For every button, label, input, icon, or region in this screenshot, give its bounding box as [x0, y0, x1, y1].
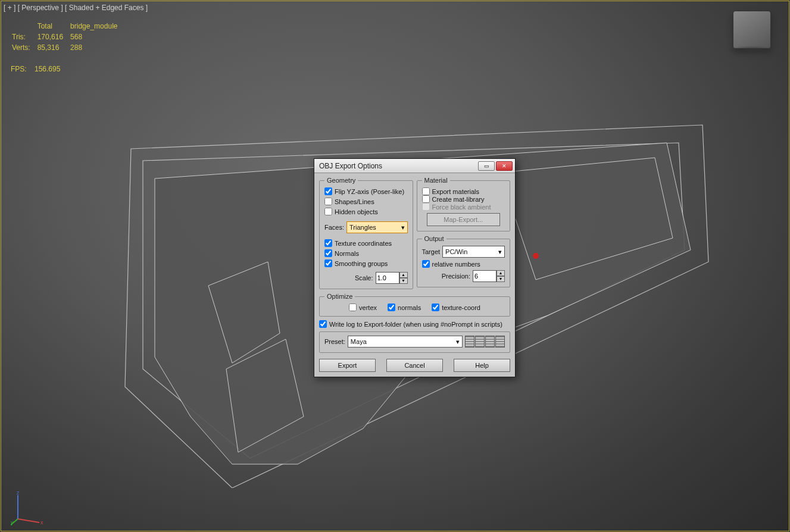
force-black-ambient-checkbox: Force black ambient: [422, 203, 505, 211]
optimize-normals-checkbox[interactable]: normals: [388, 303, 421, 311]
spinner-up-icon[interactable]: ▲: [497, 270, 505, 276]
precision-label: Precision:: [442, 273, 470, 280]
map-export-button: Map-Export...: [427, 213, 501, 226]
preset-slot-icon[interactable]: [465, 336, 474, 348]
stats-verts-total: 85,316: [38, 43, 69, 52]
relative-numbers-checkbox[interactable]: relative numbers: [422, 260, 505, 268]
stats-verts-object: 288: [70, 43, 123, 52]
preset-label: Preset:: [324, 338, 345, 345]
normals-checkbox[interactable]: Normals: [324, 249, 408, 257]
optimize-legend: Optimize: [324, 293, 355, 300]
scale-label: Scale:: [355, 274, 373, 281]
material-group: Material Export materials Create mat-lib…: [417, 177, 511, 231]
window-maximize-button[interactable]: ▭: [478, 161, 495, 171]
hidden-objects-checkbox[interactable]: Hidden objects: [324, 208, 408, 215]
stats-fps-label: FPS:: [11, 65, 27, 73]
geometry-legend: Geometry: [324, 177, 358, 184]
target-dropdown[interactable]: PC/Win ▾: [442, 246, 505, 258]
stats-verts-label: Verts:: [12, 43, 36, 52]
preset-slot-icon[interactable]: [485, 336, 495, 348]
stats-fps-value: 156.695: [35, 65, 60, 73]
stats-tris-object: 568: [70, 32, 123, 42]
viewport-label[interactable]: [ + ] [ Perspective ] [ Shaded + Edged F…: [4, 4, 148, 12]
svg-text:z: z: [17, 490, 20, 496]
axis-gizmo[interactable]: z x y: [11, 490, 46, 526]
export-button[interactable]: Export: [319, 359, 376, 372]
dialog-titlebar[interactable]: OBJ Export Options ▭ ✕: [314, 159, 515, 173]
chevron-down-icon: ▾: [498, 248, 502, 256]
stats-tris-label: Tris:: [12, 32, 36, 42]
faces-dropdown[interactable]: Triangles ▾: [346, 221, 407, 233]
object-pivot-icon: [533, 253, 539, 259]
texture-coordinates-checkbox[interactable]: Texture coordinates: [324, 239, 408, 247]
chevron-down-icon: ▾: [456, 338, 460, 346]
write-log-checkbox[interactable]: Write log to Export-folder (when using #…: [319, 320, 510, 328]
faces-label: Faces:: [324, 224, 344, 231]
spinner-down-icon[interactable]: ▼: [399, 278, 408, 284]
flip-yz-checkbox[interactable]: Flip YZ-axis (Poser-like): [324, 187, 408, 195]
export-materials-checkbox[interactable]: Export materials: [422, 187, 505, 195]
scene-statistics: Total bridge_module Tris: 170,616 568 Ve…: [11, 20, 124, 74]
spinner-up-icon[interactable]: ▲: [399, 272, 408, 278]
output-legend: Output: [422, 235, 446, 242]
create-mat-library-checkbox[interactable]: Create mat-library: [422, 195, 505, 203]
viewcube[interactable]: [733, 11, 771, 49]
precision-spinner[interactable]: ▲▼: [473, 270, 505, 282]
help-button[interactable]: Help: [454, 359, 510, 372]
optimize-texture-coord-checkbox[interactable]: texture-coord: [432, 303, 480, 311]
material-legend: Material: [422, 177, 450, 184]
obj-export-options-dialog[interactable]: OBJ Export Options ▭ ✕ Geometry Flip YZ-…: [314, 158, 516, 377]
geometry-group: Geometry Flip YZ-axis (Poser-like) Shape…: [319, 177, 413, 289]
preset-dropdown[interactable]: Maya ▾: [348, 336, 463, 348]
optimize-group: Optimize vertex normals texture-coord: [319, 293, 510, 317]
smoothing-groups-checkbox[interactable]: Smoothing groups: [324, 259, 408, 267]
chevron-down-icon: ▾: [401, 224, 405, 231]
cancel-button[interactable]: Cancel: [386, 359, 443, 372]
svg-line-6: [18, 519, 39, 522]
stats-tris-total: 170,616: [38, 32, 69, 42]
spinner-down-icon[interactable]: ▼: [497, 276, 505, 282]
optimize-vertex-checkbox[interactable]: vertex: [349, 303, 377, 311]
svg-text:y: y: [11, 520, 14, 525]
output-group: Output Target PC/Win ▾ relative numbers …: [417, 235, 511, 287]
scale-spinner[interactable]: ▲▼: [376, 272, 408, 284]
stats-header-total: Total: [38, 21, 69, 31]
window-close-button[interactable]: ✕: [496, 161, 513, 171]
preset-slot-icon[interactable]: [495, 336, 505, 348]
preset-slot-icon[interactable]: [475, 336, 485, 348]
stats-header-object: bridge_module: [70, 21, 123, 31]
target-label: Target: [422, 248, 441, 255]
dialog-title: OBJ Export Options: [319, 162, 477, 170]
svg-text:x: x: [40, 520, 43, 525]
shapes-lines-checkbox[interactable]: Shapes/Lines: [324, 198, 408, 205]
